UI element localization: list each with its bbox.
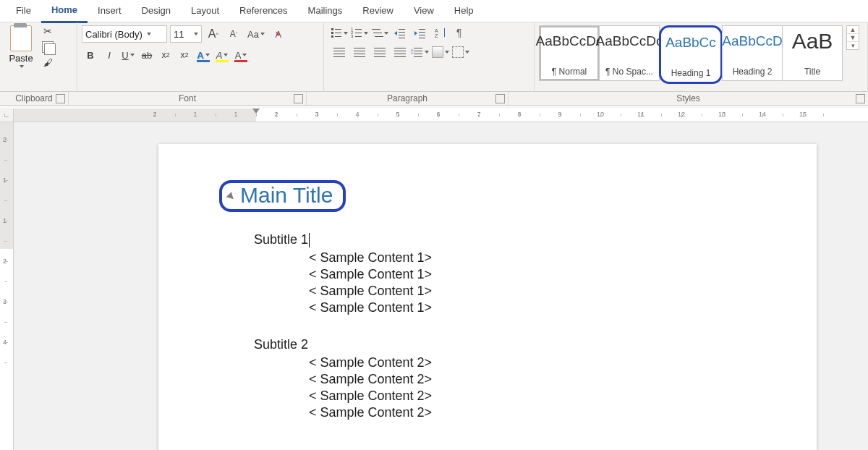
document-line[interactable]: < Sample Content 1> <box>309 267 744 282</box>
show-marks-button[interactable] <box>450 25 472 41</box>
line-spacing-button[interactable] <box>409 44 431 60</box>
style-tile-heading2[interactable]: AaBbCcDHeading 2 <box>722 25 783 81</box>
bullets-button[interactable] <box>328 25 350 41</box>
align-right-button[interactable] <box>369 44 391 60</box>
bold-button[interactable]: B <box>82 47 99 63</box>
shrink-font-label: A <box>230 29 236 39</box>
style-sample: AaB <box>792 29 833 54</box>
cut-button[interactable] <box>42 25 54 37</box>
tab-insert[interactable]: Insert <box>88 0 132 22</box>
italic-button[interactable]: I <box>101 47 118 63</box>
increase-indent-button[interactable] <box>409 25 431 41</box>
strikethrough-button[interactable]: ab <box>138 47 156 63</box>
document-line[interactable]: < Sample Content 2> <box>309 355 744 370</box>
ruler-tick <box>398 113 399 117</box>
ruler-tick-minor <box>216 114 216 116</box>
font-color-button[interactable]: A <box>232 47 250 63</box>
borders-button[interactable] <box>450 44 472 60</box>
chevron-down-icon <box>242 54 247 56</box>
chevron-down-icon <box>465 51 469 54</box>
style-tile-title[interactable]: AaBTitle <box>782 25 843 81</box>
chevron-down-icon <box>205 54 210 56</box>
tab-references[interactable]: References <box>229 0 297 22</box>
chevron-down-icon <box>147 33 151 35</box>
decrease-indent-icon <box>394 27 406 39</box>
collapse-triangle-icon[interactable] <box>226 192 236 201</box>
document-line[interactable]: < Sample Content 1> <box>309 284 744 299</box>
decrease-indent-button[interactable] <box>389 25 411 41</box>
change-case-label: Aa <box>247 29 259 40</box>
chevron-down-icon <box>364 32 368 35</box>
document-line[interactable]: < Sample Content 2> <box>309 389 744 404</box>
paragraph-dialog-launcher[interactable] <box>495 94 505 103</box>
ruler-tick-minor <box>459 114 459 116</box>
page[interactable]: Main TitleSubtitle 1< Sample Content 1><… <box>158 144 817 450</box>
font-size-combo[interactable]: 11 <box>170 25 202 43</box>
sort-button[interactable] <box>430 25 451 41</box>
tab-home[interactable]: Home <box>41 0 88 23</box>
gallery-up-icon[interactable]: ▲ <box>847 26 859 34</box>
clear-format-button[interactable] <box>270 26 287 42</box>
ruler-tick-minor <box>337 114 338 116</box>
tab-file[interactable]: File <box>6 0 41 22</box>
superscript-button[interactable]: x2 <box>176 47 193 63</box>
style-sample: AaBbCc <box>665 30 716 55</box>
subscript-button[interactable]: x2 <box>157 47 174 63</box>
ruler-tick <box>155 113 156 117</box>
multilevel-list-button[interactable] <box>369 25 391 41</box>
ribbon: Paste Calibri (Body) 11 A^ Aˇ Aa <box>0 22 868 92</box>
horizontal-ruler[interactable]: 21123456789101112131415 <box>14 109 868 122</box>
heading-highlight: Main Title <box>219 180 346 212</box>
numbering-icon <box>351 27 362 39</box>
ribbon-tabs: File Home Insert Design Layout Reference… <box>0 0 868 22</box>
paste-button[interactable]: Paste <box>4 25 38 68</box>
tab-review[interactable]: Review <box>352 0 404 22</box>
style-tile-heading1[interactable]: AaBbCcHeading 1 <box>659 25 723 84</box>
borders-icon <box>452 46 464 58</box>
style-gallery-nav[interactable]: ▲ ▼ ▾ <box>846 25 859 50</box>
ruler-tick <box>438 113 439 117</box>
document-line[interactable]: < Sample Content 2> <box>309 405 744 420</box>
text-effects-button[interactable]: A <box>195 47 212 63</box>
font-name-combo[interactable]: Calibri (Body) <box>82 25 167 43</box>
ruler-tick <box>317 113 318 117</box>
document-heading-1[interactable]: Main Title <box>238 180 744 212</box>
change-case-button[interactable]: Aa <box>245 26 267 42</box>
ruler-tick <box>479 113 480 117</box>
document-line[interactable]: < Sample Content 2> <box>309 372 744 387</box>
gallery-down-icon[interactable]: ▼ <box>847 34 859 42</box>
shrink-font-button[interactable]: Aˇ <box>225 26 242 42</box>
format-painter-button[interactable] <box>42 57 54 68</box>
vertical-ruler[interactable]: 211234 <box>0 122 14 450</box>
paste-icon <box>10 25 32 51</box>
tab-design[interactable]: Design <box>132 0 181 22</box>
align-left-button[interactable] <box>328 44 350 60</box>
tab-mailings[interactable]: Mailings <box>298 0 353 22</box>
underline-button[interactable]: U <box>119 47 137 63</box>
group-styles: AaBbCcDc¶ NormalAaBbCcDc¶ No Spac...AaBb… <box>535 22 868 91</box>
document-canvas[interactable]: Main TitleSubtitle 1< Sample Content 1><… <box>14 122 868 450</box>
tab-help[interactable]: Help <box>444 0 484 22</box>
style-tile-normal[interactable]: AaBbCcDc¶ Normal <box>539 25 600 81</box>
style-tile-nospace[interactable]: AaBbCcDc¶ No Spac... <box>599 25 660 81</box>
ruler-tick <box>600 113 601 117</box>
justify-button[interactable] <box>389 44 411 60</box>
styles-dialog-launcher[interactable] <box>856 94 865 103</box>
clipboard-dialog-launcher[interactable] <box>56 94 65 103</box>
v-ruler-tick <box>4 342 8 343</box>
copy-button[interactable] <box>42 41 54 53</box>
document-line[interactable]: < Sample Content 1> <box>309 300 744 315</box>
shading-button[interactable] <box>430 44 451 60</box>
group-label-clipboard: Clipboard <box>0 92 69 105</box>
numbering-button[interactable] <box>349 25 370 41</box>
tab-view[interactable]: View <box>404 0 444 22</box>
document-line[interactable]: < Sample Content 1> <box>309 250 744 266</box>
highlight-button[interactable]: A <box>213 47 231 63</box>
document-subtitle[interactable]: Subtitle 2 <box>254 337 744 352</box>
grow-font-button[interactable]: A^ <box>205 26 222 42</box>
gallery-more-icon[interactable]: ▾ <box>847 42 859 49</box>
align-center-button[interactable] <box>349 44 370 60</box>
font-dialog-launcher[interactable] <box>294 94 303 103</box>
document-subtitle[interactable]: Subtitle 1 <box>254 232 744 247</box>
tab-layout[interactable]: Layout <box>181 0 229 22</box>
